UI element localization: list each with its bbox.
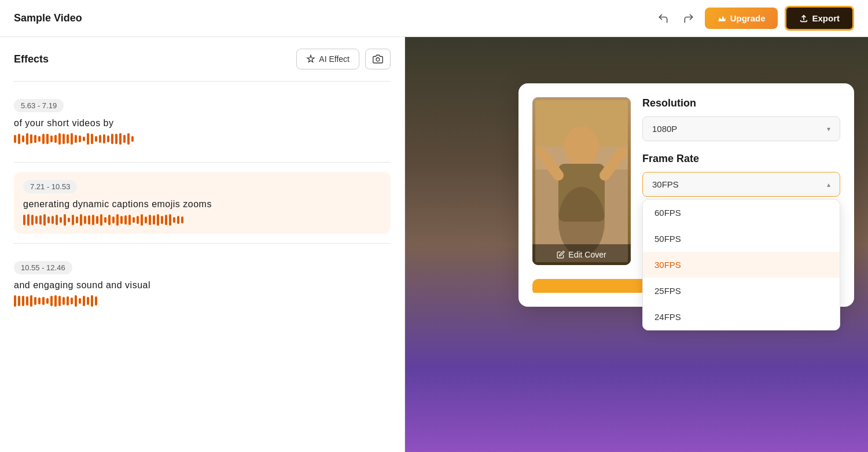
effects-title: Effects — [14, 53, 49, 65]
svg-point-5 — [564, 126, 599, 167]
waveform-bar — [31, 215, 34, 225]
export-button[interactable]: Export — [785, 6, 854, 31]
waveform-bar — [18, 134, 20, 144]
waveform-bar — [112, 216, 115, 223]
resolution-dropdown[interactable]: 1080P ▾ — [642, 116, 840, 141]
waveform-bar — [104, 217, 106, 223]
chevron-up-icon: ▴ — [827, 181, 830, 189]
resolution-label: Resolution — [642, 97, 840, 109]
resolution-dropdown-wrapper: 1080P ▾ — [642, 116, 840, 141]
waveform-bar — [56, 215, 58, 225]
fps-option-30[interactable]: 30FPS — [643, 252, 840, 278]
waveform-bar — [47, 216, 50, 223]
waveform-bar — [181, 216, 183, 223]
edit-cover-overlay[interactable]: Edit Cover — [532, 244, 631, 265]
waveform-bar — [71, 297, 73, 304]
waveform-bar — [67, 296, 69, 306]
waveform-bar — [76, 216, 78, 223]
waveform-bar — [14, 295, 16, 307]
waveform-bar — [157, 214, 159, 226]
waveform-bar — [71, 133, 73, 145]
camera-button[interactable] — [365, 49, 391, 69]
effects-panel: Effects AI Effect 5.63 - 7.19 of your sh… — [0, 37, 405, 452]
waveform-bar — [108, 215, 111, 225]
segment-text-1: of your short videos by — [14, 118, 391, 128]
waveform-bar — [173, 217, 175, 223]
waveform-bar — [87, 133, 89, 145]
resolution-section: Resolution 1080P ▾ — [642, 97, 840, 141]
waveform-bar — [39, 215, 42, 225]
time-badge-2: 7.21 - 10.53 — [23, 180, 77, 193]
page-title: Sample Video — [14, 12, 82, 24]
segment-1: 5.63 - 7.19 of your short videos by — [14, 91, 391, 153]
waveform-bar — [27, 214, 30, 226]
segment-2: 7.21 - 10.53 generating dynamic captions… — [14, 172, 391, 234]
waveform-bar — [80, 214, 82, 226]
divider-3 — [14, 243, 391, 244]
upgrade-button[interactable]: Upgrade — [705, 8, 778, 29]
divider-2 — [14, 162, 391, 163]
crown-icon — [718, 14, 727, 23]
waveform-bar — [83, 296, 85, 306]
waveform-bar — [38, 297, 41, 304]
redo-button[interactable] — [679, 9, 698, 28]
waveform-bar — [58, 133, 61, 145]
waveform-bar — [75, 295, 77, 307]
cover-image — [532, 97, 631, 265]
waveform-bar — [111, 134, 113, 144]
fps-dropdown-wrapper: 30FPS ▴ 60FPS 50FPS 30FPS 25FPS 24FPS — [642, 172, 840, 197]
waveform-bar — [23, 215, 25, 225]
waveform-bar — [58, 296, 61, 306]
fps-option-24[interactable]: 24FPS — [643, 304, 840, 330]
waveform-bar — [75, 135, 77, 143]
effects-buttons: AI Effect — [296, 49, 391, 69]
waveform-bar — [119, 133, 122, 145]
waveform-bar — [67, 134, 69, 144]
waveform-3 — [14, 295, 391, 307]
export-panel: Edit Cover Resolution 1080P ▾ — [518, 83, 854, 307]
waveform-bar — [42, 297, 45, 305]
waveform-bar — [169, 214, 171, 226]
fps-option-50[interactable]: 50FPS — [643, 226, 840, 252]
waveform-bar — [52, 216, 54, 224]
ai-sparkle-icon — [306, 54, 315, 64]
waveform-bar — [64, 214, 66, 226]
export-top-section: Edit Cover Resolution 1080P ▾ — [532, 97, 840, 265]
waveform-bar — [149, 215, 151, 225]
fps-options-list: 60FPS 50FPS 30FPS 25FPS 24FPS — [642, 199, 840, 330]
waveform-1 — [14, 133, 391, 145]
edit-icon — [557, 251, 565, 259]
waveform-bar — [34, 297, 36, 305]
segment-3: 10.55 - 12.46 and engaging sound and vis… — [14, 253, 391, 315]
waveform-bar — [107, 135, 109, 142]
frame-rate-label: Frame Rate — [642, 153, 840, 165]
waveform-bar — [165, 215, 167, 225]
time-badge-3: 10.55 - 12.46 — [14, 261, 72, 274]
waveform-bar — [83, 137, 85, 141]
waveform-bar — [26, 296, 28, 306]
waveform-bar — [128, 215, 131, 225]
waveform-bar — [60, 217, 62, 223]
camera-icon — [373, 54, 383, 64]
waveform-bar — [141, 214, 143, 226]
waveform-bar — [46, 134, 49, 144]
header: Sample Video Upgrade Export — [0, 0, 868, 37]
waveform-bar — [50, 135, 53, 142]
waveform-bar — [133, 217, 135, 223]
export-settings: Resolution 1080P ▾ Frame Rate — [631, 97, 840, 265]
waveform-bar — [88, 215, 90, 225]
chevron-down-icon: ▾ — [827, 125, 830, 133]
main-layout: Effects AI Effect 5.63 - 7.19 of your sh… — [0, 37, 868, 452]
fps-option-60[interactable]: 60FPS — [643, 200, 840, 226]
ai-effect-button[interactable]: AI Effect — [296, 49, 359, 69]
waveform-bar — [99, 135, 101, 143]
waveform-bar — [95, 296, 97, 306]
fps-option-25[interactable]: 25FPS — [643, 278, 840, 304]
divider-1 — [14, 81, 391, 82]
waveform-bar — [124, 215, 127, 225]
fps-dropdown[interactable]: 30FPS ▴ — [642, 172, 840, 197]
export-icon — [799, 14, 808, 23]
undo-button[interactable] — [654, 9, 672, 28]
waveform-bar — [46, 298, 49, 304]
waveform-bar — [177, 216, 179, 224]
